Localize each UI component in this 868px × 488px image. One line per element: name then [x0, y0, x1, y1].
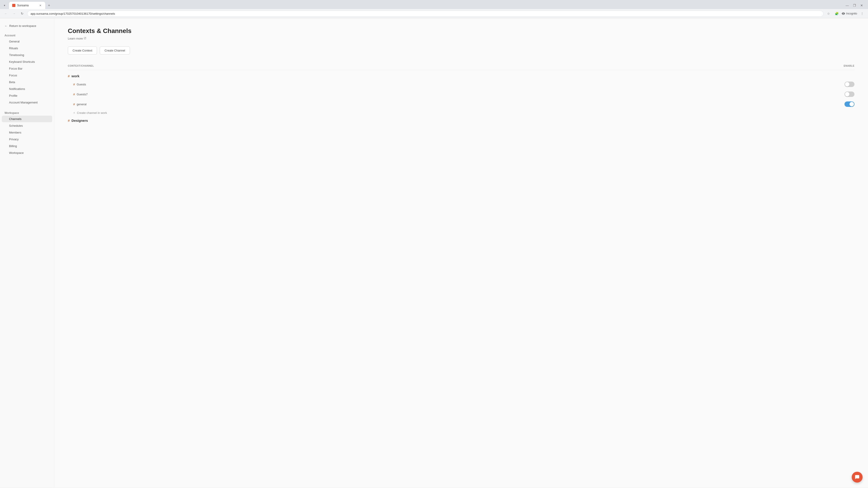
close-btn[interactable]: ✕: [859, 3, 864, 8]
table-header: CONTEXT/CHANNEL ENABLE: [68, 63, 855, 70]
hash-icon: #: [68, 119, 70, 123]
url-text: app.sunsama.com/group/17025701040136170/…: [31, 12, 820, 15]
create-channel-in-work[interactable]: + Create channel in work: [68, 109, 855, 116]
create-channel-label: Create channel in work: [77, 111, 107, 115]
address-bar: ← → ↻ app.sunsama.com/group/170257010401…: [0, 9, 868, 18]
channel-name-guests: Guests: [76, 83, 86, 86]
col-context-channel: CONTEXT/CHANNEL: [68, 64, 94, 67]
context-name-designers: Designers: [71, 119, 88, 123]
tab-bar: ▾ Sunsama ✕ + — ❐ ✕: [0, 0, 868, 9]
sidebar-item-keyboard-shortcuts[interactable]: Keyboard Shortcuts: [2, 59, 52, 65]
tab-favicon: [12, 4, 16, 7]
page-title: Contexts & Channels: [68, 27, 855, 35]
window-controls: — ❐ ✕: [844, 3, 866, 8]
channel-left: # Guests7: [73, 93, 88, 96]
channel-row-guests: # Guests: [68, 79, 855, 89]
channel-row-general: # general: [68, 99, 855, 109]
app-layout: ← Return to workspace Account GeneralRit…: [0, 18, 868, 487]
account-menu: GeneralRitualsTimeboxingKeyboard Shortcu…: [0, 38, 54, 106]
sidebar-item-profile[interactable]: Profile: [2, 92, 52, 99]
sidebar-item-focus-bar[interactable]: Focus Bar: [2, 65, 52, 72]
channel-row-guests7: # Guests7: [68, 89, 855, 99]
forward-btn[interactable]: →: [11, 10, 17, 17]
sidebar-item-account-management[interactable]: Account Management: [2, 99, 52, 106]
tab-close-btn[interactable]: ✕: [38, 4, 42, 7]
minimize-btn[interactable]: —: [844, 3, 850, 8]
sidebar-separator: [0, 106, 54, 109]
channel-toggle-guests[interactable]: [844, 82, 855, 87]
return-to-workspace-link[interactable]: ← Return to workspace: [0, 22, 54, 32]
extensions-btn[interactable]: 🧩: [833, 10, 840, 17]
active-tab[interactable]: Sunsama ✕: [9, 2, 45, 9]
sidebar-item-schedules[interactable]: Schedules: [2, 123, 52, 129]
context-row-work: # work: [68, 72, 855, 79]
url-bar[interactable]: app.sunsama.com/group/17025701040136170/…: [27, 11, 824, 17]
plus-icon: +: [73, 111, 75, 115]
bookmark-btn[interactable]: ☆: [825, 10, 832, 17]
learn-more-text: Learn more: [68, 37, 83, 40]
workspace-menu: ChannelsSchedulesMembersPrivacyBillingWo…: [0, 116, 54, 156]
sidebar-item-notifications[interactable]: Notifications: [2, 86, 52, 92]
incognito-text: Incognito: [846, 12, 857, 15]
new-tab-btn[interactable]: +: [46, 2, 52, 8]
action-buttons: Create Context Create Channel: [68, 46, 855, 55]
context-row-designers: # Designers: [68, 116, 855, 124]
more-btn[interactable]: ⋮: [859, 10, 865, 17]
back-arrow-icon: ←: [4, 24, 7, 28]
account-section-label: Account: [0, 32, 54, 38]
sidebar-item-general[interactable]: General: [2, 38, 52, 45]
chat-icon: [855, 475, 860, 480]
incognito-label: Incognito: [842, 12, 857, 15]
restore-btn[interactable]: ❐: [852, 3, 857, 8]
learn-more-link[interactable]: Learn more: [68, 37, 855, 40]
tab-title: Sunsama: [17, 4, 29, 7]
chat-fab-btn[interactable]: [852, 472, 863, 483]
channel-name-guests7: Guests7: [76, 93, 88, 96]
sidebar-item-beta[interactable]: Beta: [2, 79, 52, 86]
browser-chrome: ▾ Sunsama ✕ + — ❐ ✕ ← → ↻ app.sunsama.co…: [0, 0, 868, 18]
channel-left: # general: [73, 103, 87, 106]
channels-table: CONTEXT/CHANNEL ENABLE # work # Guests #…: [68, 63, 855, 124]
channel-hash-icon: #: [73, 83, 75, 86]
sidebar-item-workspace[interactable]: Workspace: [2, 150, 52, 156]
channel-name-general: general: [76, 103, 86, 106]
workspace-section-label: Workspace: [0, 109, 54, 116]
hash-icon: #: [68, 74, 70, 78]
create-context-btn[interactable]: Create Context: [68, 46, 97, 55]
col-enable: ENABLE: [844, 64, 855, 67]
channel-left: # Guests: [73, 83, 86, 86]
channel-hash-icon: #: [73, 93, 75, 96]
reload-btn[interactable]: ↻: [19, 10, 25, 17]
sidebar: ← Return to workspace Account GeneralRit…: [0, 18, 54, 487]
context-name-work: work: [71, 74, 79, 78]
main-content: Contexts & Channels Learn more Create Co…: [54, 18, 868, 487]
channel-hash-icon: #: [73, 103, 75, 106]
back-btn[interactable]: ←: [3, 10, 9, 17]
channel-toggle-guests7[interactable]: [844, 92, 855, 97]
tab-dropdown-btn[interactable]: ▾: [2, 3, 7, 8]
sidebar-item-privacy[interactable]: Privacy: [2, 136, 52, 142]
sidebar-item-members[interactable]: Members: [2, 129, 52, 136]
contexts-list: # work # Guests # Guests7 # general: [68, 72, 855, 124]
channel-toggle-general[interactable]: [844, 101, 855, 107]
return-label: Return to workspace: [9, 24, 36, 28]
sidebar-item-billing[interactable]: Billing: [2, 143, 52, 149]
sidebar-item-timeboxing[interactable]: Timeboxing: [2, 52, 52, 58]
external-link-icon: [84, 37, 86, 40]
sidebar-item-channels[interactable]: Channels: [2, 116, 52, 122]
create-channel-btn[interactable]: Create Channel: [100, 46, 130, 55]
sidebar-item-focus[interactable]: Focus: [2, 72, 52, 78]
sidebar-item-rituals[interactable]: Rituals: [2, 45, 52, 52]
